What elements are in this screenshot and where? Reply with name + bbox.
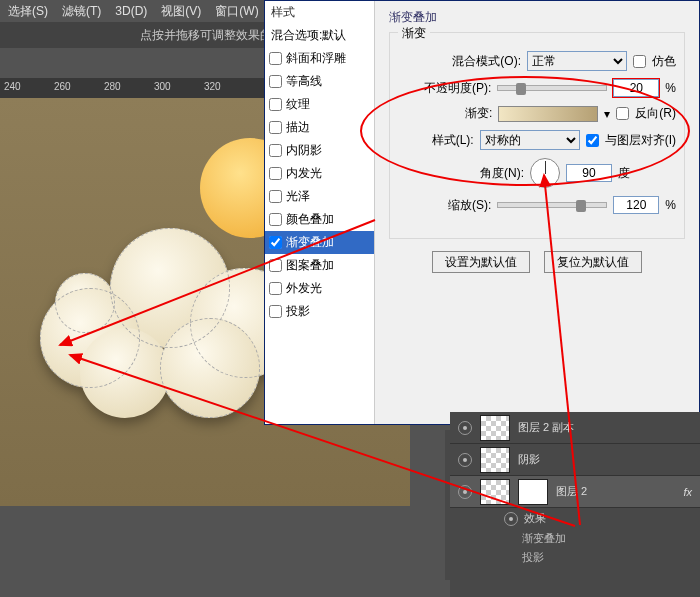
style-row: 样式(L): 对称的 与图层对齐(I) [398, 130, 676, 150]
menu-view[interactable]: 视图(V) [161, 3, 201, 20]
gradient-group: 渐变 混合模式(O): 正常 仿色 不透明度(P): % 渐变: ▾ 反向(R)… [389, 32, 685, 239]
fx-label[interactable]: 效果 [450, 508, 700, 529]
colorov-check[interactable] [269, 213, 282, 226]
blendmode-select[interactable]: 正常 [527, 51, 627, 71]
style-drop-shadow[interactable]: 投影 [265, 300, 374, 323]
style-stroke[interactable]: 描边 [265, 116, 374, 139]
layers-panel: 图层 2 副本 阴影 图层 2 fx 效果 渐变叠加 投影 [450, 412, 700, 597]
bevel-check[interactable] [269, 52, 282, 65]
opacity-label: 不透明度(P): [421, 80, 491, 97]
opacity-slider[interactable] [497, 85, 607, 91]
fx-gradient[interactable]: 渐变叠加 [450, 529, 700, 548]
chevron-down-icon[interactable]: ▾ [604, 107, 610, 121]
blendmode-row: 混合模式(O): 正常 仿色 [398, 51, 676, 71]
layer-name: 图层 2 [556, 484, 587, 499]
eye-icon[interactable] [458, 485, 472, 499]
eye-icon[interactable] [458, 453, 472, 467]
layer-row[interactable]: 阴影 [450, 444, 700, 476]
gradient-label: 渐变: [422, 105, 492, 122]
layer-style-dialog: 样式 混合选项:默认 斜面和浮雕 等高线 纹理 描边 内阴影 内发光 光泽 颜色… [264, 0, 700, 425]
layer-thumb[interactable] [480, 479, 510, 505]
dropshadow-check[interactable] [269, 305, 282, 318]
layer-thumb[interactable] [480, 415, 510, 441]
style-inner-shadow[interactable]: 内阴影 [265, 139, 374, 162]
fx-dropshadow[interactable]: 投影 [450, 548, 700, 567]
layer-name: 阴影 [518, 452, 540, 467]
menu-3d[interactable]: 3D(D) [115, 4, 147, 18]
style-inner-glow[interactable]: 内发光 [265, 162, 374, 185]
gradient-swatch[interactable] [498, 106, 598, 122]
scale-row: 缩放(S): % [398, 196, 676, 214]
style-list: 样式 混合选项:默认 斜面和浮雕 等高线 纹理 描边 内阴影 内发光 光泽 颜色… [265, 1, 375, 424]
style-select[interactable]: 对称的 [480, 130, 580, 150]
style-gradient-overlay[interactable]: 渐变叠加 [265, 231, 374, 254]
cloud-shape [40, 218, 300, 418]
style-pattern-overlay[interactable]: 图案叠加 [265, 254, 374, 277]
innershadow-check[interactable] [269, 144, 282, 157]
patov-check[interactable] [269, 259, 282, 272]
reset-default-button[interactable]: 复位为默认值 [544, 251, 642, 273]
style-texture[interactable]: 纹理 [265, 93, 374, 116]
gradient-legend: 渐变 [398, 25, 430, 42]
blend-options[interactable]: 混合选项:默认 [265, 24, 374, 47]
opacity-input[interactable] [613, 79, 659, 97]
align-check[interactable] [586, 134, 599, 147]
style-satin[interactable]: 光泽 [265, 185, 374, 208]
gradient-row: 渐变: ▾ 反向(R) [398, 105, 676, 122]
reverse-check[interactable] [616, 107, 629, 120]
angle-input[interactable] [566, 164, 612, 182]
dither-check[interactable] [633, 55, 646, 68]
opacity-row: 不透明度(P): % [398, 79, 676, 97]
scale-input[interactable] [613, 196, 659, 214]
innerglow-check[interactable] [269, 167, 282, 180]
style-contour[interactable]: 等高线 [265, 70, 374, 93]
gradov-check[interactable] [269, 236, 282, 249]
menu-window[interactable]: 窗口(W) [215, 3, 258, 20]
menu-select[interactable]: 选择(S) [8, 3, 48, 20]
scale-slider[interactable] [497, 202, 607, 208]
stroke-check[interactable] [269, 121, 282, 134]
style-title: 样式 [265, 1, 374, 24]
scale-label: 缩放(S): [421, 197, 491, 214]
outerglow-check[interactable] [269, 282, 282, 295]
angle-label: 角度(N): [454, 165, 524, 182]
layer-row-active[interactable]: 图层 2 fx [450, 476, 700, 508]
texture-check[interactable] [269, 98, 282, 111]
mask-thumb[interactable] [518, 479, 548, 505]
layer-name: 图层 2 副本 [518, 420, 574, 435]
style-color-overlay[interactable]: 颜色叠加 [265, 208, 374, 231]
style-label: 样式(L): [404, 132, 474, 149]
contour-check[interactable] [269, 75, 282, 88]
eye-icon[interactable] [504, 512, 518, 526]
blendmode-label: 混合模式(O): [451, 53, 521, 70]
satin-check[interactable] [269, 190, 282, 203]
style-bevel[interactable]: 斜面和浮雕 [265, 47, 374, 70]
hint-text: 点按并拖移可调整效果的 [140, 27, 272, 44]
layer-thumb[interactable] [480, 447, 510, 473]
angle-dial[interactable] [530, 158, 560, 188]
menu-filter[interactable]: 滤镜(T) [62, 3, 101, 20]
gradient-overlay-panel: 渐变叠加 渐变 混合模式(O): 正常 仿色 不透明度(P): % 渐变: ▾ … [375, 1, 699, 424]
layer-row[interactable]: 图层 2 副本 [450, 412, 700, 444]
set-default-button[interactable]: 设置为默认值 [432, 251, 530, 273]
angle-row: 角度(N): 度 [398, 158, 676, 188]
gradient-panel-title: 渐变叠加 [389, 9, 685, 26]
style-outer-glow[interactable]: 外发光 [265, 277, 374, 300]
eye-icon[interactable] [458, 421, 472, 435]
